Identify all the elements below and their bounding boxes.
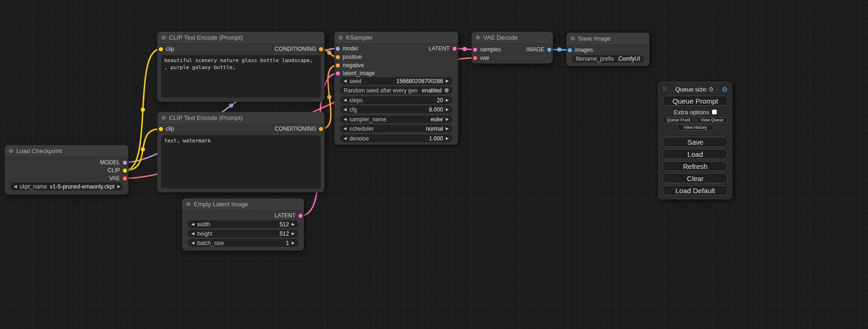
vae-output-dot[interactable] [123, 176, 127, 181]
decrement-arrow-icon[interactable]: ◀ [344, 79, 346, 83]
node-load-checkpoint[interactable]: Load Checkpoint MODEL CLIP VAE ◀ ckpt_na… [5, 145, 128, 195]
decrement-arrow-icon[interactable]: ◀ [14, 185, 17, 189]
node-graph-canvas[interactable]: Load Checkpoint MODEL CLIP VAE ◀ ckpt_na… [0, 0, 868, 329]
samples-input-dot[interactable] [473, 48, 477, 52]
node-title-bar[interactable]: Load Checkpoint [5, 145, 128, 157]
positive-input-dot[interactable] [336, 55, 340, 59]
negative-input-dot[interactable] [336, 63, 340, 68]
decrement-arrow-icon[interactable]: ◀ [191, 241, 194, 245]
decrement-arrow-icon[interactable]: ◀ [344, 108, 346, 112]
filename-prefix-widget[interactable]: filename_prefix ComfyUI [572, 55, 644, 63]
view-queue-button[interactable]: View Queue [696, 117, 728, 123]
queue-front-button[interactable]: Queue Front [663, 117, 694, 123]
collapse-dot-icon[interactable] [9, 149, 13, 153]
decrement-arrow-icon[interactable]: ◀ [344, 98, 346, 102]
ckpt-name-widget[interactable]: ◀ ckpt_name v1-5-pruned-emaonly.ckpt ▶ [10, 182, 123, 190]
model-output-dot[interactable] [123, 161, 127, 165]
node-clip-text-encode-negative[interactable]: CLIP Text Encode (Prompt) clip CONDITION… [157, 112, 325, 192]
widget-value: enabled [422, 87, 442, 94]
positive-prompt-textarea[interactable]: beautiful scenery nature glass bottle la… [161, 55, 321, 98]
load-default-button[interactable]: Load Default [663, 185, 728, 196]
decrement-arrow-icon[interactable]: ◀ [191, 223, 194, 226]
scheduler-widget[interactable]: ◀ scheduler normal ▶ [340, 125, 452, 133]
collapse-dot-icon[interactable] [162, 116, 166, 120]
queue-prompt-button[interactable]: Queue Prompt [663, 96, 728, 106]
refresh-button[interactable]: Refresh [663, 161, 728, 171]
increment-arrow-icon[interactable]: ▶ [292, 223, 295, 226]
sampler-name-widget[interactable]: ◀ sampler_name euler ▶ [340, 115, 452, 123]
slot-label: CONDITIONING [275, 46, 316, 52]
extra-options-checkbox[interactable] [712, 110, 717, 114]
seed-widget[interactable]: ◀ seed 156680208700286 ▶ [340, 77, 452, 85]
widget-label: steps [349, 97, 363, 104]
node-title-bar[interactable]: VAE Decode [472, 32, 553, 44]
node-vae-decode[interactable]: VAE Decode samples vae IMAGE [472, 32, 553, 63]
image-output-dot[interactable] [547, 48, 551, 52]
clear-button[interactable]: Clear [663, 173, 728, 183]
input-slot-negative: negative [336, 62, 364, 69]
link-midpoint-dot [557, 48, 562, 52]
increment-arrow-icon[interactable]: ▶ [446, 108, 449, 112]
slot-label: VAE [109, 175, 120, 182]
queue-panel: ⠿ Queue size: 0 ⚙ Queue Prompt Extra opt… [658, 82, 732, 199]
decrement-arrow-icon[interactable]: ◀ [344, 127, 346, 131]
drag-handle-icon[interactable]: ⠿ [663, 86, 666, 92]
increment-arrow-icon[interactable]: ▶ [117, 185, 120, 189]
clip-input-dot[interactable] [159, 47, 163, 51]
save-button[interactable]: Save [663, 137, 728, 147]
increment-arrow-icon[interactable]: ▶ [292, 241, 295, 245]
widget-label: denoise [349, 135, 369, 142]
batch-size-widget[interactable]: ◀ batch_size 1 ▶ [188, 239, 298, 247]
collapse-dot-icon[interactable] [476, 35, 480, 40]
collapse-dot-icon[interactable] [339, 35, 343, 40]
width-widget[interactable]: ◀ width 512 ▶ [188, 220, 298, 228]
settings-gear-icon[interactable]: ⚙ [722, 86, 728, 93]
steps-widget[interactable]: ◀ steps 20 ▶ [340, 96, 452, 104]
node-save-image[interactable]: Save Image images filename_prefix ComfyU… [566, 33, 649, 66]
load-button[interactable]: Load [663, 149, 728, 159]
collapse-dot-icon[interactable] [571, 36, 575, 41]
increment-arrow-icon[interactable]: ▶ [446, 127, 449, 131]
increment-arrow-icon[interactable]: ▶ [446, 118, 449, 121]
conditioning-output-dot[interactable] [319, 127, 323, 131]
link-midpoint-dot [141, 147, 145, 152]
clip-input-dot[interactable] [159, 127, 163, 131]
input-slot-model: model [336, 45, 358, 52]
output-slot-conditioning: CONDITIONING [275, 45, 323, 53]
cfg-widget[interactable]: ◀ cfg 8.000 ▶ [340, 105, 452, 113]
increment-arrow-icon[interactable]: ▶ [446, 98, 449, 102]
denoise-widget[interactable]: ◀ denoise 1.000 ▶ [340, 134, 452, 142]
random-seed-widget[interactable]: Random seed after every gen enabled [340, 86, 452, 94]
increment-arrow-icon[interactable]: ▶ [446, 137, 449, 140]
random-seed-toggle-icon[interactable] [445, 88, 449, 92]
node-title-bar[interactable]: Empty Latent Image [182, 198, 304, 210]
node-clip-text-encode-positive[interactable]: CLIP Text Encode (Prompt) clip CONDITION… [157, 32, 325, 102]
node-title-bar[interactable]: Save Image [566, 33, 649, 45]
decrement-arrow-icon[interactable]: ◀ [344, 118, 346, 121]
decrement-arrow-icon[interactable]: ◀ [191, 232, 194, 236]
vae-input-dot[interactable] [473, 56, 477, 60]
collapse-dot-icon[interactable] [162, 35, 166, 40]
negative-prompt-textarea[interactable]: text, watermark [161, 135, 321, 189]
latent-image-input-dot[interactable] [336, 71, 340, 76]
increment-arrow-icon[interactable]: ▶ [446, 79, 449, 83]
decrement-arrow-icon[interactable]: ◀ [344, 137, 346, 140]
view-history-button[interactable]: View History [677, 125, 713, 131]
widget-value: 1 [286, 240, 289, 246]
images-input-dot[interactable] [568, 48, 572, 52]
node-ksampler[interactable]: KSampler model positive negative latent_… [334, 32, 458, 145]
link-midpoint-dot [141, 108, 145, 112]
model-input-dot[interactable] [336, 47, 340, 51]
increment-arrow-icon[interactable]: ▶ [292, 232, 295, 236]
conditioning-output-dot[interactable] [319, 47, 323, 51]
collapse-dot-icon[interactable] [186, 202, 191, 206]
node-title-bar[interactable]: KSampler [334, 32, 458, 44]
node-title-bar[interactable]: CLIP Text Encode (Prompt) [157, 32, 325, 44]
height-widget[interactable]: ◀ height 512 ▶ [188, 230, 298, 238]
clip-output-dot[interactable] [123, 168, 127, 173]
widget-value: ComfyUI [618, 56, 640, 62]
latent-output-dot[interactable] [452, 47, 457, 51]
node-title-bar[interactable]: CLIP Text Encode (Prompt) [157, 112, 325, 124]
latent-output-dot[interactable] [298, 214, 303, 218]
node-empty-latent-image[interactable]: Empty Latent Image LATENT ◀ width 512 ▶ … [182, 198, 304, 251]
